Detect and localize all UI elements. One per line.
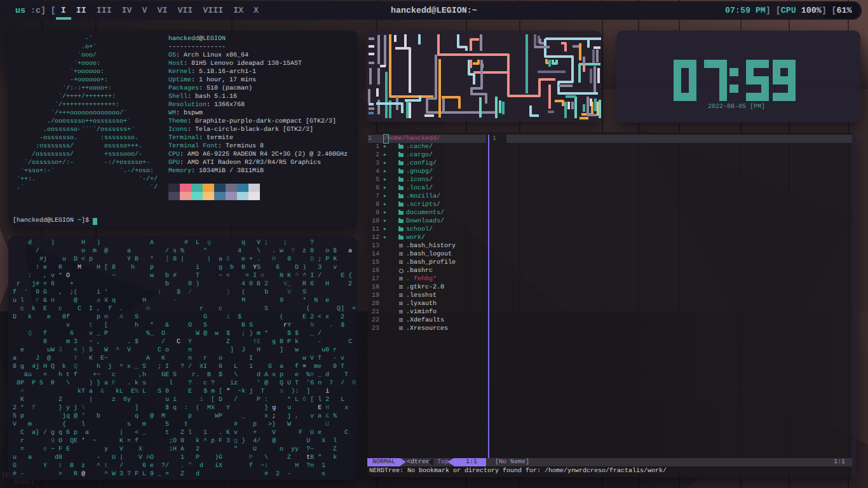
svg-text:_Orbit]: _Orbit] bbox=[10, 479, 34, 485]
svg-text:2022-08-05 [PM]: 2022-08-05 [PM] bbox=[708, 103, 765, 111]
